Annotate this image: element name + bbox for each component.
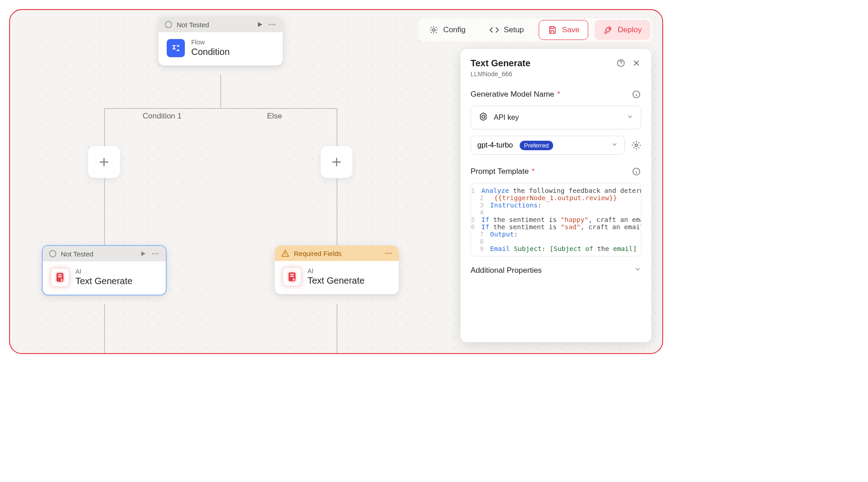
prompt-code-editor[interactable]: 1Analyze the following feedback and dete… (471, 183, 641, 256)
save-label: Save (562, 25, 580, 34)
svg-point-12 (388, 253, 389, 254)
node-body: AI Text Generate (43, 261, 166, 295)
textgen-node-1[interactable]: Not Tested AI Text Generate (42, 245, 167, 295)
close-icon[interactable] (631, 58, 641, 68)
add-node-button[interactable] (88, 146, 120, 178)
deploy-label: Deploy (618, 25, 642, 34)
connector-line (104, 108, 337, 109)
api-key-label: API key (494, 113, 519, 122)
setup-label: Setup (504, 25, 524, 34)
chevron-down-icon (634, 266, 641, 275)
panel-subtitle: LLMNode_666 (471, 70, 531, 78)
additional-properties-accordion[interactable]: Additional Properties (471, 266, 641, 275)
node-body: Flow Condition (159, 32, 283, 65)
save-button[interactable]: Save (539, 20, 588, 40)
config-icon (429, 25, 439, 35)
node-category: Flow (191, 39, 230, 46)
config-button[interactable]: Config (420, 20, 474, 40)
condition-node[interactable]: Not Tested Flow Condition (158, 16, 283, 66)
status-indicator-icon (49, 250, 56, 257)
api-key-select[interactable]: API key (471, 106, 641, 129)
svg-rect-10 (58, 276, 62, 277)
svg-rect-9 (58, 274, 62, 275)
node-title: Condition (191, 47, 230, 57)
node-header: Not Tested (159, 17, 283, 32)
model-select[interactable]: gpt-4-turbo Preferred (471, 136, 625, 155)
additional-label: Additional Properties (471, 266, 542, 275)
status-text: Not Tested (61, 250, 93, 258)
svg-point-19 (482, 115, 485, 118)
properties-panel: Text Generate LLMNode_666 Generative Mod… (461, 49, 651, 342)
svg-point-3 (272, 24, 273, 25)
connector-line (337, 108, 337, 147)
svg-point-6 (155, 253, 156, 255)
deploy-button[interactable]: Deploy (595, 20, 650, 40)
top-toolbar: Config Setup Save Deploy (418, 18, 652, 42)
svg-point-20 (635, 144, 638, 147)
connector-line (337, 304, 337, 354)
svg-point-0 (432, 29, 435, 31)
svg-point-11 (385, 253, 387, 254)
svg-point-2 (269, 24, 270, 25)
connector-line (220, 74, 221, 108)
connector-line (337, 178, 337, 246)
status-text: Required Fields (294, 250, 342, 257)
node-title: Text Generate (308, 275, 365, 286)
condition-icon (167, 39, 185, 57)
play-icon[interactable] (256, 21, 263, 28)
textgen-node-2[interactable]: Required Fields AI Text Generate (274, 245, 399, 295)
setup-button[interactable]: Setup (481, 20, 532, 40)
rocket-icon (603, 25, 613, 35)
more-icon[interactable] (268, 20, 276, 29)
svg-point-5 (152, 253, 154, 255)
ai-icon (283, 268, 301, 286)
play-icon[interactable] (139, 250, 147, 257)
chevron-down-icon (611, 141, 618, 150)
info-icon[interactable] (631, 89, 641, 99)
config-label: Config (443, 25, 466, 34)
prompt-template-label: Prompt Template (471, 167, 529, 176)
branch-label-else: Else (267, 112, 282, 121)
svg-point-13 (390, 253, 392, 254)
node-header-warning: Required Fields (275, 246, 399, 261)
required-mark: * (557, 90, 560, 98)
code-icon (489, 25, 499, 35)
preferred-badge: Preferred (520, 141, 553, 150)
add-node-button[interactable] (321, 146, 352, 178)
more-icon[interactable] (384, 249, 392, 257)
node-category: AI (75, 268, 133, 275)
branch-label-1: Condition 1 (143, 112, 182, 121)
model-name-label: Generative Model Name (471, 90, 554, 98)
required-mark: * (532, 167, 535, 175)
save-icon (547, 25, 557, 35)
node-category: AI (308, 267, 365, 275)
svg-point-7 (157, 253, 159, 255)
svg-rect-16 (290, 275, 294, 276)
node-title: Text Generate (75, 276, 133, 286)
openai-icon (478, 112, 488, 123)
chevron-down-icon (626, 113, 634, 122)
status-text: Not Tested (177, 21, 209, 29)
connector-line (104, 108, 105, 147)
connector-line (104, 178, 105, 246)
warning-icon (281, 249, 289, 257)
info-icon[interactable] (631, 167, 641, 177)
panel-title: Text Generate (471, 58, 531, 69)
svg-point-4 (274, 24, 275, 25)
connector-line (104, 304, 105, 354)
svg-rect-15 (290, 274, 294, 275)
model-value: gpt-4-turbo (477, 141, 513, 149)
node-header: Not Tested (43, 246, 166, 261)
node-body: AI Text Generate (275, 261, 399, 294)
gear-icon[interactable] (631, 140, 641, 150)
help-icon[interactable] (616, 58, 626, 68)
more-icon[interactable] (151, 250, 159, 258)
status-indicator-icon (165, 21, 172, 28)
svg-point-1 (609, 28, 610, 30)
app-frame: Config Setup Save Deploy Not Tested (9, 9, 663, 354)
ai-icon (51, 268, 69, 286)
